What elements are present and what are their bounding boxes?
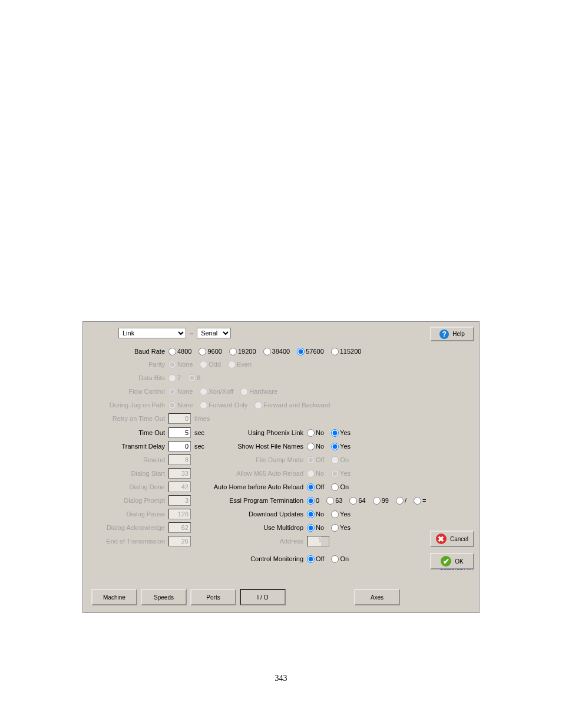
eot-input	[168, 536, 191, 546]
flow-opt-2: Hardware	[240, 388, 277, 396]
essi-opt-5[interactable]: =	[414, 497, 426, 505]
download-radio-0[interactable]	[307, 510, 315, 518]
essi-radio-4[interactable]	[396, 497, 404, 505]
parity-opt-1: Odd	[200, 361, 221, 368]
txdelay-input[interactable]	[168, 441, 191, 452]
essi-opt-4[interactable]: /	[396, 497, 406, 505]
baud-opt-2[interactable]: 19200	[229, 348, 256, 355]
essi-radio-0[interactable]	[307, 497, 315, 505]
tab-io[interactable]: I / O	[240, 589, 286, 605]
parity-radio-2	[228, 361, 236, 368]
autohome-radio-1[interactable]	[331, 483, 339, 491]
tab-speeds[interactable]: Speeds	[141, 589, 187, 605]
link-select[interactable]: Link	[118, 328, 186, 338]
dprompt-label: Dialog Prompt	[83, 497, 168, 504]
multidrop-radio-0[interactable]	[307, 524, 315, 532]
hostnames-opt-1[interactable]: Yes	[331, 443, 351, 450]
baud-opt-0[interactable]: 4800	[168, 348, 191, 355]
essi-opt-2[interactable]: 64	[349, 497, 365, 505]
tab-ports[interactable]: Ports	[190, 589, 236, 605]
baud-label: Baud Rate	[83, 348, 168, 355]
tab-axes[interactable]: Axes	[354, 589, 400, 605]
help-button[interactable]: ? Help	[430, 327, 474, 341]
ok-button[interactable]: ✔ OK	[430, 553, 474, 569]
config-panel: Link – Serial 1 ? Help Baud Rate 4800 96…	[82, 321, 480, 613]
retry-input	[168, 413, 191, 424]
databits-label: Data Bits	[83, 374, 168, 381]
rewind-input	[168, 454, 191, 465]
parity-radio-0	[168, 361, 176, 368]
essi-radio-2[interactable]	[349, 497, 357, 505]
jog-radio-1	[200, 401, 207, 409]
baud-opt-5[interactable]: 115200	[331, 348, 362, 355]
multidrop-opt-1[interactable]: Yes	[331, 524, 351, 532]
ctrlmon-opt-1[interactable]: On	[331, 555, 349, 563]
essi-opt-0[interactable]: 0	[307, 497, 319, 505]
retry-label: Retry on Time Out	[83, 415, 168, 422]
download-label: Download Updates	[210, 510, 307, 518]
txdelay-label: Transmit Delay	[83, 443, 168, 450]
dpause-input	[168, 509, 191, 519]
essi-opt-3[interactable]: 99	[373, 497, 389, 505]
baud-radio-2[interactable]	[229, 348, 237, 355]
autohome-label: Auto Home before Auto Reload	[210, 483, 307, 490]
essi-radio-3[interactable]	[373, 497, 381, 505]
essi-label: Essi Program Termination	[210, 497, 307, 504]
baud-radio-1[interactable]	[199, 348, 206, 355]
m65-radio-1	[331, 470, 339, 477]
hostnames-radio-1[interactable]	[331, 443, 339, 450]
timeout-unit: sec	[194, 429, 204, 436]
baud-opt-4[interactable]: 57600	[297, 348, 324, 355]
flow-radio-0	[168, 388, 176, 396]
retry-unit: times	[194, 415, 210, 422]
parity-opt-0: None	[168, 361, 193, 368]
databits-radio-1	[188, 374, 196, 382]
cancel-label: Cancel	[450, 536, 468, 542]
dash: –	[190, 330, 193, 337]
phxlink-radio-0[interactable]	[307, 429, 315, 437]
timeout-input[interactable]	[168, 427, 191, 438]
jog-opt-2: Forward and Backward	[254, 401, 330, 409]
hostnames-opt-0[interactable]: No	[307, 443, 324, 450]
download-opt-1[interactable]: Yes	[331, 510, 351, 518]
phxlink-radio-1[interactable]	[331, 429, 339, 437]
dstart-input	[168, 468, 191, 479]
jog-radio-0	[168, 401, 176, 409]
tab-machine[interactable]: Machine	[91, 589, 137, 605]
autohome-radio-0[interactable]	[307, 483, 315, 491]
port-select[interactable]: Serial 1	[197, 328, 231, 338]
eot-label: End of Transmission	[83, 538, 168, 545]
baud-radio-5[interactable]	[331, 348, 339, 355]
autohome-opt-1[interactable]: On	[331, 483, 349, 491]
baud-opt-1[interactable]: 9600	[199, 348, 222, 355]
phxlink-opt-1[interactable]: Yes	[331, 429, 351, 437]
cancel-icon: ✖	[436, 533, 447, 544]
multidrop-opt-0[interactable]: No	[307, 524, 324, 532]
m65-label: Allow M65 Auto Reload	[210, 470, 307, 477]
flow-label: Flow Control	[83, 388, 168, 395]
baud-radio-3[interactable]	[263, 348, 271, 355]
baud-radio-0[interactable]	[168, 348, 176, 355]
flow-radio-1	[200, 388, 207, 396]
address-label: Address	[210, 538, 307, 545]
page-number: 343	[0, 674, 562, 683]
download-opt-0[interactable]: No	[307, 510, 324, 518]
download-radio-1[interactable]	[331, 510, 339, 518]
hostnames-radio-0[interactable]	[307, 443, 315, 450]
essi-radio-1[interactable]	[326, 497, 334, 505]
ctrlmon-radio-0[interactable]	[307, 555, 315, 563]
hostnames-label: Show Host File Names	[210, 443, 307, 450]
phxlink-opt-0[interactable]: No	[307, 429, 324, 437]
filedump-radio-1	[331, 456, 339, 464]
cancel-button[interactable]: ✖ Cancel	[430, 531, 474, 547]
jog-opt-0: None	[168, 401, 193, 409]
autohome-opt-0[interactable]: Off	[307, 483, 324, 491]
txdelay-unit: sec	[194, 443, 204, 450]
ctrlmon-radio-1[interactable]	[331, 555, 339, 563]
essi-radio-5[interactable]	[414, 497, 421, 505]
essi-opt-1[interactable]: 63	[326, 497, 342, 505]
baud-opt-3[interactable]: 38400	[263, 348, 290, 355]
multidrop-radio-1[interactable]	[331, 524, 339, 532]
ctrlmon-opt-0[interactable]: Off	[307, 555, 324, 563]
baud-radio-4[interactable]	[297, 348, 305, 355]
